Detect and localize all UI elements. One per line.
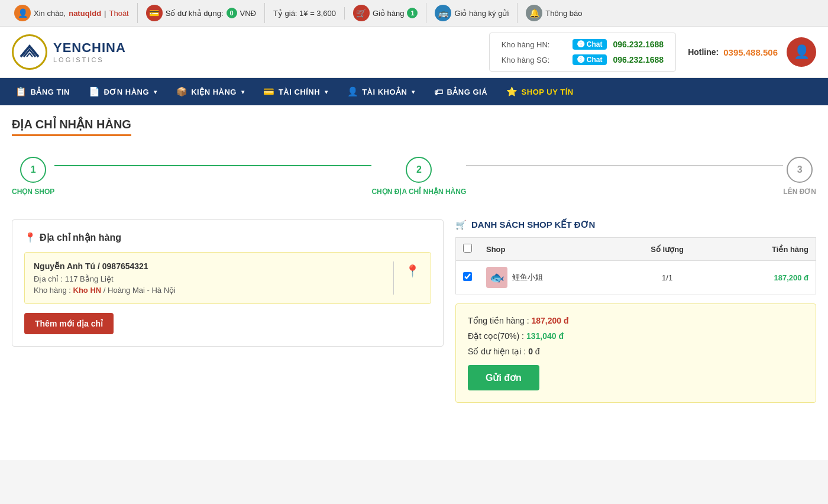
shop-uy-tin-label: SHOP UY TÍN (522, 88, 574, 96)
kho-hn-phone[interactable]: 096.232.1688 (613, 40, 664, 49)
logout-link[interactable]: Thoát (109, 9, 128, 18)
nav-item-shop-uy-tin[interactable]: ⭐ SHOP UY TÍN (497, 78, 583, 105)
left-column: 📍 Địa chỉ nhận hàng Nguyễn Anh Tú / 0987… (12, 219, 444, 347)
cart-icon-order: 🛒 (455, 219, 467, 230)
step-3: 3 LÊN ĐƠN (783, 157, 816, 196)
right-column: 🛒 DANH SÁCH SHOP KẾT ĐƠN Shop Số lượng T… (455, 219, 816, 403)
kho-hn-chat-btn[interactable]: 🅢 Chat (573, 39, 607, 50)
total-value: 187,200 đ (532, 316, 569, 325)
notify-label: Thông báo (545, 9, 582, 18)
warehouse-suffix: / Hoàng Mai - Hà Nội (104, 286, 176, 295)
address-info: Nguyễn Anh Tú / 0987654321 Địa chỉ : 117… (34, 261, 384, 295)
step-line-1 (54, 165, 371, 166)
skype-icon-2: 🅢 (577, 56, 584, 64)
map-icon[interactable]: 📍 (403, 261, 422, 280)
row-price: 187,200 đ (714, 261, 816, 295)
logo-area[interactable]: YENCHINA LOGISTICS (12, 34, 126, 70)
address-warehouse: Kho hàng : Kho HN / Hoàng Mai - Hà Nội (34, 286, 384, 295)
hotline-label: Hotline: (688, 47, 719, 57)
kho-sg-chat-btn[interactable]: 🅢 Chat (573, 54, 607, 65)
bang-tin-label: BẢNG TIN (31, 88, 70, 96)
main-content: ĐỊA CHỈ NHẬN HÀNG 1 CHỌN SHOP 2 CHỌN ĐỊA… (0, 105, 828, 460)
step-line-2 (466, 165, 783, 166)
brand-sub: LOGISTICS (53, 56, 126, 64)
shop-name: 鲤鱼小姐 (512, 272, 543, 283)
step-3-label: LÊN ĐƠN (783, 188, 816, 196)
page-title: ĐỊA CHỈ NHẬN HÀNG (12, 117, 131, 136)
add-address-button[interactable]: Thêm mới địa chỉ (24, 313, 114, 334)
address-name: Nguyễn Anh Tú / 0987654321 (34, 261, 384, 271)
logo-icon (12, 34, 47, 70)
select-all-checkbox[interactable] (463, 244, 472, 253)
don-hang-label: ĐƠN HÀNG (104, 88, 149, 96)
balance-row-label: Số dư hiện tại : (468, 347, 526, 356)
nav-item-bang-gia[interactable]: 🏷 BẢNG GIÁ (425, 79, 497, 105)
don-hang-icon: 📄 (89, 86, 101, 97)
nav-item-tai-chinh[interactable]: 💳 TÀI CHÍNH ▾ (254, 78, 337, 105)
nav-item-kien-hang[interactable]: 📦 KIỆN HÀNG ▾ (167, 78, 254, 105)
cart-item[interactable]: 🛒 Giỏ hàng 1 (345, 3, 427, 23)
bang-gia-label: BẢNG GIÁ (447, 88, 487, 96)
table-head: Shop Số lượng Tiền hàng (456, 238, 816, 261)
deposit-label: Đặt cọc(70%) : (468, 331, 524, 341)
nav-item-tai-khoan[interactable]: 👤 TÀI KHOẢN ▾ (338, 78, 425, 105)
avatar[interactable]: 👤 (787, 37, 816, 67)
tai-khoan-label: TÀI KHOẢN (362, 88, 407, 96)
step-2-circle: 2 (406, 157, 432, 183)
kien-hang-label: KIỆN HÀNG (191, 88, 237, 96)
order-section: 🛒 DANH SÁCH SHOP KẾT ĐƠN Shop Số lượng T… (455, 219, 816, 403)
row-quantity: 1/1 (620, 261, 714, 295)
tai-chinh-icon: 💳 (263, 86, 275, 97)
col-price: Tiền hàng (714, 238, 816, 261)
kho-hn-chat-label: Chat (587, 40, 603, 49)
contact-box: Kho hàng HN: 🅢 Chat 096.232.1688 Kho hàn… (489, 33, 676, 72)
hotline-phone[interactable]: 0395.488.506 (723, 47, 778, 57)
shop-uy-tin-icon: ⭐ (506, 86, 518, 97)
kien-hang-caret: ▾ (241, 89, 245, 95)
balance-currency: VNĐ (240, 9, 256, 18)
col-quantity: Số lượng (620, 238, 714, 261)
step-2: 2 CHỌN ĐỊA CHỈ NHẬN HÀNG (371, 157, 466, 196)
kho-sg-phone[interactable]: 096.232.1688 (613, 55, 664, 64)
notify-item[interactable]: 🔔 Thông báo (518, 3, 590, 23)
kho-hn-label: Kho hàng HN: (502, 40, 567, 49)
exchange-rate: Tỷ giá: 1¥ = 3,600 (273, 9, 336, 18)
consign-label: Giỏ hàng ký gửi (454, 9, 509, 18)
kho-sg-row: Kho hàng SG: 🅢 Chat 096.232.1688 (502, 54, 664, 65)
deposit-row: Đặt cọc(70%) : 131,040 đ (468, 331, 804, 341)
user-icon: 👤 (14, 5, 31, 21)
pin-icon: 📍 (24, 232, 36, 243)
skype-icon: 🅢 (577, 40, 584, 49)
shop-name-cell: 🐟 鲤鱼小姐 (486, 267, 613, 288)
bang-tin-icon: 📋 (15, 86, 27, 97)
notify-icon: 🔔 (526, 5, 542, 21)
step-2-label: CHỌN ĐỊA CHỈ NHẬN HÀNG (371, 188, 466, 196)
warehouse-prefix: Kho hàng : (34, 286, 71, 295)
username[interactable]: natuqldd (69, 9, 101, 18)
nav-item-don-hang[interactable]: 📄 ĐƠN HÀNG ▾ (79, 78, 167, 105)
consign-cart-item[interactable]: 🚌 Giỏ hàng ký gửi (426, 3, 518, 23)
cart-count: 1 (407, 8, 418, 18)
stepper: 1 CHỌN SHOP 2 CHỌN ĐỊA CHỈ NHẬN HÀNG 3 L… (12, 151, 816, 202)
logo-text: YENCHINA LOGISTICS (53, 40, 126, 64)
step-1-label: CHỌN SHOP (12, 188, 54, 196)
total-row: Tổng tiền hàng : 187,200 đ (468, 316, 804, 325)
step-1: 1 CHỌN SHOP (12, 157, 54, 196)
nav-item-bang-tin[interactable]: 📋 BẢNG TIN (6, 78, 79, 105)
kho-sg-label: Kho hàng SG: (502, 56, 567, 64)
kho-sg-chat-label: Chat (587, 56, 603, 64)
tai-chinh-label: TÀI CHÍNH (279, 88, 320, 96)
row-checkbox[interactable] (463, 272, 472, 281)
table-header-row: Shop Số lượng Tiền hàng (456, 238, 816, 261)
tai-chinh-caret: ▾ (325, 89, 328, 95)
warehouse-link[interactable]: Kho HN (73, 286, 102, 295)
submit-button[interactable]: Gửi đơn (468, 365, 539, 390)
header: YENCHINA LOGISTICS Kho hàng HN: 🅢 Chat 0… (0, 27, 828, 78)
kho-hn-row: Kho hàng HN: 🅢 Chat 096.232.1688 (502, 39, 664, 50)
tai-khoan-icon: 👤 (347, 86, 359, 97)
tai-khoan-caret: ▾ (412, 89, 415, 95)
balance-item: 💳 Số dư khả dụng: 0 VNĐ (138, 3, 265, 23)
col-shop: Shop (479, 238, 620, 261)
kien-hang-icon: 📦 (176, 86, 188, 97)
balance-icon: 💳 (146, 5, 163, 21)
